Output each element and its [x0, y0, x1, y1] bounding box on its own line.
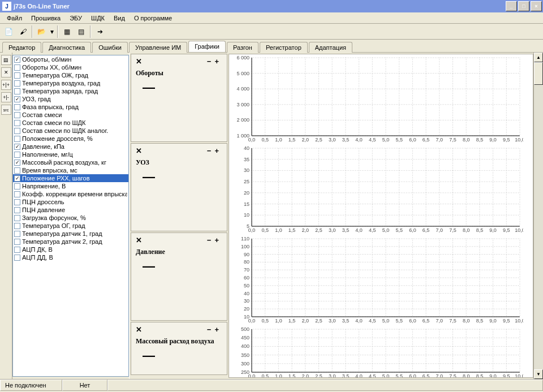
- param-row[interactable]: Состав смеси по ШДК аналог.: [13, 127, 128, 135]
- maximize-button[interactable]: □: [518, 1, 529, 11]
- checkbox[interactable]: [14, 104, 20, 110]
- checkbox[interactable]: ✓: [14, 175, 20, 182]
- menu-1[interactable]: Прошивка: [27, 14, 65, 23]
- checkbox[interactable]: [14, 239, 20, 245]
- param-row[interactable]: Положение дросселя, %: [13, 135, 128, 143]
- checkbox[interactable]: ✓: [14, 160, 20, 166]
- param-row[interactable]: ПЦН дроссель: [13, 198, 128, 206]
- checkbox[interactable]: ✓: [14, 57, 20, 63]
- open-dropdown[interactable]: ▾: [49, 25, 55, 38]
- param-row[interactable]: ПЦН давление: [13, 206, 128, 214]
- tab-1[interactable]: Диагностика: [42, 42, 91, 53]
- param-row[interactable]: Температура заряда, град: [13, 87, 128, 95]
- checkbox[interactable]: [14, 80, 20, 87]
- tab-3[interactable]: Управление ИМ: [129, 42, 187, 53]
- sidetool-zoom-out-icon[interactable]: +|-: [1, 92, 11, 102]
- plus-button[interactable]: +: [214, 236, 222, 244]
- plus-button[interactable]: +: [214, 325, 222, 334]
- param-row[interactable]: ✓УОЗ, град: [13, 95, 128, 103]
- checkbox[interactable]: [14, 120, 20, 126]
- menu-3[interactable]: ШДК: [87, 14, 109, 23]
- param-row[interactable]: Напряжение, В: [13, 182, 128, 190]
- checkbox[interactable]: [14, 128, 20, 134]
- param-row[interactable]: Загрузка форсунок, %: [13, 214, 128, 222]
- param-row[interactable]: Температура ОЖ, град: [13, 71, 128, 79]
- scroll-up-button[interactable]: ▲: [534, 53, 543, 62]
- menu-2[interactable]: ЭБУ: [65, 14, 87, 23]
- param-row[interactable]: Время впрыска, мс: [13, 166, 128, 174]
- close-graph-button[interactable]: ✕: [136, 236, 142, 244]
- refresh-button[interactable]: 🖌: [16, 25, 29, 38]
- param-row[interactable]: Температура ОГ, град: [13, 222, 128, 230]
- param-label: Загрузка форсунок, %: [22, 214, 86, 221]
- param-row[interactable]: ✓Обороты, об/мин: [13, 55, 128, 63]
- param-row[interactable]: Состав смеси по ШДК: [13, 119, 128, 127]
- param-row[interactable]: Наполнение, мг/ц: [13, 150, 128, 158]
- checkbox[interactable]: [14, 152, 20, 158]
- minus-button[interactable]: −: [207, 325, 215, 334]
- checkbox[interactable]: [14, 255, 20, 261]
- param-row[interactable]: ✓Массовый расход воздуха, кг: [13, 158, 128, 166]
- tab-5[interactable]: Разгон: [227, 42, 258, 53]
- close-graph-button[interactable]: ✕: [136, 147, 142, 155]
- statusbar: Не подключен Нет: [0, 379, 543, 391]
- sidetool-reset-icon[interactable]: src: [1, 105, 11, 115]
- minus-button[interactable]: −: [207, 236, 215, 244]
- next-button[interactable]: ➔: [93, 25, 106, 38]
- checkbox[interactable]: [14, 88, 20, 94]
- minus-button[interactable]: −: [207, 57, 215, 66]
- param-row[interactable]: ✓Положение РХХ, шагов: [13, 174, 128, 182]
- tab-6[interactable]: Регистратор: [260, 42, 308, 53]
- param-row[interactable]: Коэфф. коррекции времени впрыска: [13, 190, 128, 198]
- scroll-down-button[interactable]: ▼: [534, 369, 543, 379]
- checkbox[interactable]: [14, 64, 20, 71]
- param-row[interactable]: Температура датчик 1, град: [13, 230, 128, 238]
- tab-0[interactable]: Редактор: [2, 42, 41, 53]
- vertical-scrollbar[interactable]: ▲ ▼: [533, 53, 543, 379]
- checkbox[interactable]: ✓: [14, 96, 20, 102]
- tool-a-button[interactable]: ▦: [61, 25, 74, 38]
- open-button[interactable]: 📂: [35, 25, 48, 38]
- param-row[interactable]: Обороты ХХ, об/мин: [13, 63, 128, 71]
- sidetool-list-icon[interactable]: ▤: [1, 55, 11, 65]
- param-row[interactable]: АЦП ДК, В: [13, 245, 128, 253]
- minimize-button[interactable]: _: [506, 1, 517, 11]
- close-graph-button[interactable]: ✕: [136, 325, 142, 334]
- plus-button[interactable]: +: [214, 57, 222, 66]
- menu-5[interactable]: О программе: [130, 14, 176, 23]
- param-row[interactable]: Температура датчик 2, град: [13, 238, 128, 245]
- checkbox[interactable]: [14, 223, 20, 229]
- param-row[interactable]: Фаза впрыска, град: [13, 103, 128, 111]
- checkbox[interactable]: [14, 136, 20, 142]
- scroll-thumb[interactable]: [534, 62, 543, 85]
- menu-0[interactable]: Файл: [2, 14, 27, 23]
- new-button[interactable]: 📄: [2, 25, 15, 38]
- tab-4[interactable]: Графики: [188, 41, 226, 52]
- close-graph-button[interactable]: ✕: [136, 57, 142, 66]
- checkbox[interactable]: [14, 215, 20, 221]
- checkbox[interactable]: [14, 72, 20, 79]
- tab-2[interactable]: Ошибки: [92, 42, 128, 53]
- param-row[interactable]: Состав смеси: [13, 111, 128, 119]
- checkbox[interactable]: [14, 112, 20, 118]
- parameter-list[interactable]: ✓Обороты, об/минОбороты ХХ, об/минТемпер…: [12, 55, 129, 377]
- minus-button[interactable]: −: [207, 147, 215, 155]
- tab-7[interactable]: Адаптация: [309, 42, 352, 53]
- checkbox[interactable]: [14, 207, 20, 213]
- checkbox[interactable]: [14, 199, 20, 205]
- checkbox[interactable]: ✓: [14, 144, 20, 150]
- close-button[interactable]: ×: [531, 1, 542, 11]
- param-row[interactable]: Температура воздуха, град: [13, 79, 128, 87]
- param-row[interactable]: ✓Давление, кПа: [13, 143, 128, 150]
- checkbox[interactable]: [14, 247, 20, 253]
- plus-button[interactable]: +: [214, 147, 222, 155]
- checkbox[interactable]: [14, 191, 20, 197]
- sidetool-close-icon[interactable]: ✕: [1, 67, 11, 77]
- tool-b-button[interactable]: ▤: [75, 25, 88, 38]
- menu-4[interactable]: Вид: [109, 14, 130, 23]
- checkbox[interactable]: [14, 183, 20, 189]
- checkbox[interactable]: [14, 231, 20, 237]
- param-row[interactable]: АЦП ДД, В: [13, 253, 128, 261]
- checkbox[interactable]: [14, 167, 20, 174]
- sidetool-zoom-in-icon[interactable]: +|+: [1, 80, 11, 90]
